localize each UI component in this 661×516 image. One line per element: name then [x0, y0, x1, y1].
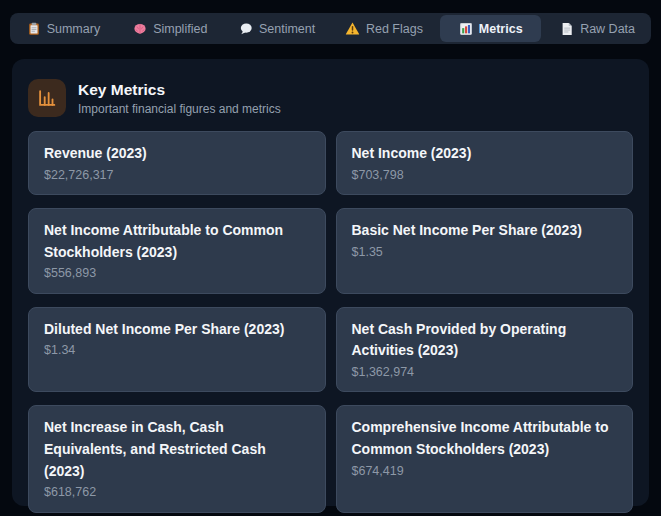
metric-card-cash-increase: Net Increase in Cash, Cash Equivalents, …	[28, 405, 326, 512]
metric-value: $674,419	[352, 463, 618, 479]
page-title: Key Metrics	[78, 81, 281, 99]
tab-red-flags[interactable]: Red Flags	[334, 15, 435, 42]
metric-card-comprehensive-income: Comprehensive Income Attributable to Com…	[336, 405, 634, 512]
panel-header: Key Metrics Important financial figures …	[28, 79, 633, 117]
warning-icon	[345, 21, 360, 36]
metric-label: Diluted Net Income Per Share (2023)	[44, 319, 310, 341]
tab-simplified-label: Simplified	[153, 22, 207, 36]
metric-value: $1,362,974	[352, 364, 618, 380]
metric-value: $556,893	[44, 265, 310, 281]
metric-label: Comprehensive Income Attributable to Com…	[352, 417, 618, 460]
metric-card-net-income-common: Net Income Attributable to Common Stockh…	[28, 208, 326, 294]
metric-value: $618,762	[44, 484, 310, 500]
metric-card-diluted-eps: Diluted Net Income Per Share (2023) $1.3…	[28, 307, 326, 393]
metric-card-basic-eps: Basic Net Income Per Share (2023) $1.35	[336, 208, 634, 294]
metric-label: Basic Net Income Per Share (2023)	[352, 220, 618, 242]
metric-label: Net Income (2023)	[352, 143, 618, 165]
metric-label: Net Income Attributable to Common Stockh…	[44, 220, 310, 263]
metric-card-operating-cash: Net Cash Provided by Operating Activitie…	[336, 307, 634, 393]
brain-icon	[133, 22, 147, 36]
metric-value: $22,726,317	[44, 167, 310, 183]
page-icon	[560, 22, 574, 36]
metric-value: $1.34	[44, 342, 310, 358]
metric-card-net-income: Net Income (2023) $703,798	[336, 131, 634, 195]
tab-raw-data[interactable]: Raw Data	[547, 15, 648, 42]
metric-label: Net Cash Provided by Operating Activitie…	[352, 319, 618, 362]
tab-summary[interactable]: Summary	[13, 15, 114, 42]
tab-metrics[interactable]: Metrics	[440, 15, 541, 42]
metric-label: Revenue (2023)	[44, 143, 310, 165]
tab-sentiment[interactable]: Sentiment	[227, 15, 328, 42]
tab-metrics-label: Metrics	[479, 22, 523, 36]
clipboard-icon	[27, 22, 41, 36]
bar-chart-icon	[459, 22, 473, 36]
speech-balloon-icon	[239, 22, 253, 36]
metric-value: $1.35	[352, 244, 618, 260]
key-metrics-panel: Key Metrics Important financial figures …	[12, 59, 649, 506]
tab-summary-label: Summary	[47, 22, 100, 36]
tab-bar: Summary Simplified Sentiment	[10, 13, 651, 44]
metrics-grid: Revenue (2023) $22,726,317 Net Income (2…	[28, 131, 633, 513]
tab-red-flags-label: Red Flags	[366, 22, 423, 36]
bar-chart-icon	[28, 79, 66, 117]
tab-simplified[interactable]: Simplified	[120, 15, 221, 42]
tab-raw-data-label: Raw Data	[580, 22, 635, 36]
metric-card-revenue: Revenue (2023) $22,726,317	[28, 131, 326, 195]
tab-sentiment-label: Sentiment	[259, 22, 315, 36]
metric-value: $703,798	[352, 167, 618, 183]
page-subtitle: Important financial figures and metrics	[78, 102, 281, 116]
metric-label: Net Increase in Cash, Cash Equivalents, …	[44, 417, 310, 482]
